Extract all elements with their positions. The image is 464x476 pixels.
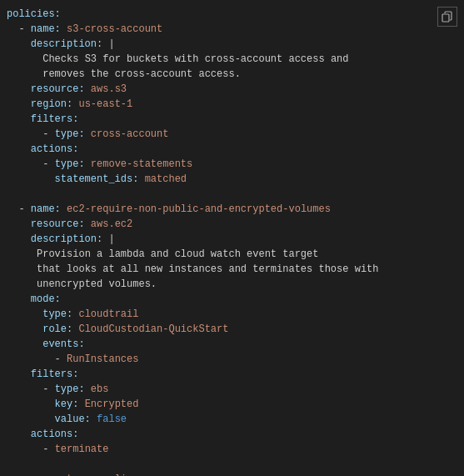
code-line: key: Encrypted	[7, 397, 464, 412]
code-line: Checks S3 for buckets with cross-account…	[7, 52, 464, 67]
code-line: value: false	[7, 412, 464, 427]
code-line: - RunInstances	[7, 352, 464, 367]
code-line: policies:	[7, 7, 464, 22]
code-block: policies: - name: s3-cross-account descr…	[0, 0, 464, 476]
code-line: actions:	[7, 142, 464, 157]
code-line: mode:	[7, 292, 464, 307]
code-line: resource: aws.s3	[7, 82, 464, 97]
code-line: - terminate	[7, 442, 464, 457]
code-line: Provision a lambda and cloud watch event…	[7, 247, 464, 262]
code-line: role: CloudCustodian-QuickStart	[7, 322, 464, 337]
code-line: - name: ec2-require-non-public-and-encry…	[7, 202, 464, 217]
code-line: type: cloudtrail	[7, 307, 464, 322]
svg-rect-0	[442, 14, 449, 22]
code-line: - name: tag-compliance	[7, 472, 464, 476]
code-line: that looks at all new instances and term…	[7, 262, 464, 277]
copy-button[interactable]	[437, 7, 457, 27]
code-line: actions:	[7, 427, 464, 442]
code-line: filters:	[7, 112, 464, 127]
code-line: resource: aws.ec2	[7, 217, 464, 232]
code-line: statement_ids: matched	[7, 172, 464, 187]
code-line: region: us-east-1	[7, 97, 464, 112]
code-lines: policies: - name: s3-cross-account descr…	[7, 7, 464, 476]
code-line: - type: remove-statements	[7, 157, 464, 172]
code-line: events:	[7, 337, 464, 352]
code-line: unencrypted volumes.	[7, 277, 464, 292]
code-line: filters:	[7, 367, 464, 382]
code-line: - name: s3-cross-account	[7, 22, 464, 37]
code-line	[7, 457, 464, 472]
code-line: - type: ebs	[7, 382, 464, 397]
code-line: removes the cross-account access.	[7, 67, 464, 82]
code-line: description: |	[7, 37, 464, 52]
code-line: description: |	[7, 232, 464, 247]
code-line	[7, 187, 464, 202]
code-line: - type: cross-account	[7, 127, 464, 142]
